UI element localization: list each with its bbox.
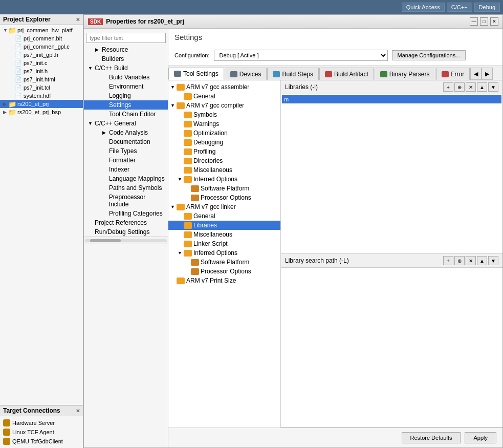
tool-tree-item[interactable]: General	[168, 92, 280, 101]
nav-item[interactable]: Paths and Symbols	[84, 183, 168, 193]
dialog-main: Settings Configuration: Debug [ Active ]…	[168, 29, 502, 447]
tool-tree-item[interactable]: Debugging	[168, 138, 280, 147]
tool-tree-item[interactable]: ARM v7 Print Size	[168, 276, 280, 285]
tree-item[interactable]: 📄prj_commen_gpl.c	[0, 42, 83, 51]
tree-item[interactable]: 📄ps7_init.html	[0, 75, 83, 83]
nav-item[interactable]: Language Mappings	[84, 174, 168, 183]
tab-tool-settings[interactable]: Tool Settings	[168, 68, 224, 80]
tree-item[interactable]: 📄system.hdf	[0, 92, 83, 100]
tool-tree-item[interactable]: General	[168, 211, 280, 221]
nav-item[interactable]: Profiling Categories	[84, 209, 168, 218]
tool-tree-item[interactable]: ▼Inferred Options	[168, 248, 280, 258]
project-explorer-close[interactable]: ✕	[76, 17, 80, 23]
tree-item[interactable]: 📄ps7_init.h	[0, 67, 83, 75]
tool-tree-item[interactable]: ▼ARM v7 gcc linker	[168, 202, 280, 211]
tool-tree-item[interactable]: ▼Inferred Options	[168, 175, 280, 184]
tool-tree-item[interactable]: Processor Options	[168, 267, 280, 276]
debug-button[interactable]: Debug	[474, 3, 500, 12]
search-delete-button[interactable]: ✕	[466, 256, 476, 265]
tool-tree-item[interactable]: Optimization	[168, 129, 280, 138]
target-connection-item[interactable]: QEMU TcfGdbClient	[3, 437, 80, 446]
tab-nav-prev[interactable]: ◀	[470, 68, 482, 80]
tool-tree-item[interactable]: Warnings	[168, 119, 280, 129]
nav-item[interactable]: Formatter	[84, 156, 168, 165]
lib-panel: Libraries (-l) + ⊕ ✕ ▲ ▼ m	[281, 80, 502, 428]
target-connections-header: Target Connections ✕	[0, 406, 83, 416]
tree-item[interactable]: 📄ps7_init.tcl	[0, 83, 83, 92]
tab-devices[interactable]: Devices	[225, 68, 267, 80]
nav-item[interactable]: Run/Debug Settings	[84, 227, 168, 237]
nav-item[interactable]: File Types	[84, 146, 168, 156]
target-connections-close[interactable]: ✕	[76, 408, 80, 414]
tool-tree-item[interactable]: Miscellaneous	[168, 230, 280, 239]
search-copy-button[interactable]: ⊕	[454, 256, 465, 265]
main-layout: Project Explorer ✕ ▼📁prj_commen_hw_platf…	[0, 14, 503, 448]
tool-tree-item[interactable]: Libraries	[168, 221, 280, 230]
tool-tree-item[interactable]: ▼ARM v7 gcc compiler	[168, 101, 280, 110]
project-tree: ▼📁prj_commen_hw_platf📄prj_commen.bit📄prj…	[0, 25, 83, 405]
tool-tree-item[interactable]: Software Platform	[168, 258, 280, 267]
nav-item[interactable]: Preprocessor Include	[84, 193, 168, 209]
tool-tree-item[interactable]: Linker Script	[168, 239, 280, 248]
dialog-maximize[interactable]: □	[480, 17, 488, 26]
lib-delete-button[interactable]: ✕	[466, 82, 476, 92]
restore-defaults-button[interactable]: Restore Defaults	[402, 432, 461, 443]
nav-item[interactable]: Build Variables	[84, 73, 168, 82]
nav-item[interactable]: ▶Code Analysis	[84, 128, 168, 137]
tree-item[interactable]: 📄ps7_init_gpl.h	[0, 51, 83, 59]
nav-item[interactable]: Tool Chain Editor	[84, 110, 168, 119]
manage-configurations-button[interactable]: Manage Configurations...	[392, 50, 466, 60]
tab-build-steps[interactable]: Build Steps	[267, 68, 319, 80]
lib-up-button[interactable]: ▲	[477, 82, 487, 92]
tree-item[interactable]: ▶📁rs200_et_prj	[0, 100, 83, 108]
tool-tree-item[interactable]: Miscellaneous	[168, 165, 280, 175]
nav-item[interactable]: ▼C/C++ General	[84, 119, 168, 128]
tool-tree-item[interactable]: Software Platform	[168, 184, 280, 193]
tool-tree-item[interactable]: Profiling	[168, 147, 280, 156]
lib-down-button[interactable]: ▼	[488, 82, 498, 92]
nav-item[interactable]: Settings	[84, 100, 168, 110]
search-down-button[interactable]: ▼	[488, 256, 498, 265]
search-add-button[interactable]: +	[443, 256, 453, 265]
libraries-list: m	[281, 94, 502, 253]
dialog-minimize[interactable]: —	[470, 17, 478, 26]
tab-build-artifact[interactable]: Build Artifact	[319, 68, 374, 80]
project-explorer-header: Project Explorer ✕	[0, 14, 83, 25]
nav-item[interactable]: Logging	[84, 91, 168, 100]
nav-item[interactable]: Environment	[84, 82, 168, 91]
tree-item[interactable]: 📄prj_commen.bit	[0, 34, 83, 42]
tab-nav-next[interactable]: ▶	[482, 68, 493, 80]
library-item[interactable]: m	[282, 95, 501, 103]
quick-access-button[interactable]: Quick Access	[402, 3, 445, 12]
library-search-header: Library search path (-L) + ⊕ ✕ ▲ ▼	[281, 254, 502, 268]
configuration-select[interactable]: Debug [ Active ]	[214, 50, 388, 61]
tab-error[interactable]: Error	[436, 68, 470, 80]
apply-button[interactable]: Apply	[465, 432, 496, 443]
dialog-nav-scrollbar[interactable]	[84, 237, 168, 244]
tab-binary-parsers[interactable]: Binary Parsers	[375, 68, 435, 80]
nav-item[interactable]: Builders	[84, 54, 168, 63]
tool-tree-item[interactable]: Directories	[168, 156, 280, 165]
libraries-actions: + ⊕ ✕ ▲ ▼	[443, 82, 498, 92]
nav-item[interactable]: Indexer	[84, 165, 168, 174]
tool-tree: ▼ARM v7 gcc assemblerGeneral▼ARM v7 gcc …	[168, 80, 281, 428]
target-connection-item[interactable]: Hardware Server	[3, 418, 80, 428]
lib-copy-button[interactable]: ⊕	[454, 82, 465, 92]
filter-input[interactable]	[86, 33, 166, 43]
nav-item[interactable]: Documentation	[84, 137, 168, 146]
tree-item[interactable]: ▼📁prj_commen_hw_platf	[0, 26, 83, 34]
cpp-button[interactable]: C/C++	[447, 3, 472, 12]
target-connection-item[interactable]: Linux TCF Agent	[3, 428, 80, 437]
dialog-close[interactable]: ✕	[490, 17, 498, 26]
nav-item[interactable]: Project References	[84, 218, 168, 227]
tool-tree-item[interactable]: Processor Options	[168, 193, 280, 202]
lib-add-button[interactable]: +	[443, 82, 453, 92]
libraries-section: Libraries (-l) + ⊕ ✕ ▲ ▼ m	[281, 80, 502, 254]
tool-tree-item[interactable]: Symbols	[168, 110, 280, 119]
tool-tree-item[interactable]: ▼ARM v7 gcc assembler	[168, 82, 280, 92]
nav-item[interactable]: ▼C/C++ Build	[84, 63, 168, 73]
tree-item[interactable]: 📄ps7_init.c	[0, 59, 83, 67]
tree-item[interactable]: ▶📁rs200_et_prj_bsp	[0, 108, 83, 116]
nav-item[interactable]: ▶Resource	[84, 45, 168, 54]
search-up-button[interactable]: ▲	[477, 256, 487, 265]
